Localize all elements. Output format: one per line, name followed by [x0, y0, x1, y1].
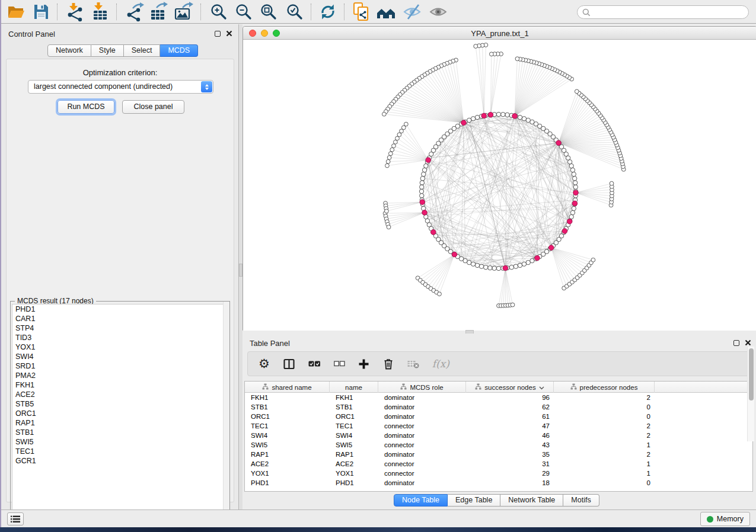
tab-network-table[interactable]: Network Table	[500, 494, 563, 507]
node-table-header: shared namenameMCDS rolesuccessor nodesp…	[245, 382, 752, 393]
first-neighbors-icon[interactable]	[376, 2, 396, 22]
network-view-window: YPA_prune.txt_1	[243, 26, 756, 331]
search-input[interactable]	[577, 5, 749, 19]
table-toolbar: ⚙ f(x)	[247, 351, 752, 376]
close-panel-icon[interactable]	[226, 30, 232, 37]
network-window-titlebar[interactable]: YPA_prune.txt_1	[243, 27, 756, 40]
memory-label: Memory	[717, 515, 744, 523]
main-toolbar	[1, 0, 756, 24]
mcds-result-item[interactable]: GCR1	[12, 456, 228, 466]
table-row[interactable]: ACE2ACE2connector311	[245, 459, 752, 469]
mcds-result-item[interactable]: TEC1	[12, 447, 228, 456]
mcds-result-item[interactable]: SRD1	[12, 361, 228, 371]
table-row[interactable]: STB1STB1dominator620	[245, 402, 752, 412]
run-mcds-button[interactable]: Run MCDS	[58, 100, 114, 114]
table-row[interactable]: SWI4SWI4dominator462	[245, 431, 752, 440]
mcds-result-fieldset: MCDS result (17 nodes) PHD1CAR1STP4TID3Y…	[10, 301, 230, 521]
add-column-icon[interactable]	[358, 358, 369, 370]
float-panel-icon[interactable]	[215, 31, 221, 37]
zoom-fit-icon[interactable]	[259, 2, 279, 22]
table-row[interactable]: FKH1FKH1dominator962	[245, 393, 752, 402]
mcds-result-item[interactable]: RAP1	[12, 418, 228, 428]
table-options-gear-icon[interactable]: ⚙	[259, 358, 270, 370]
tab-style[interactable]: Style	[91, 44, 124, 57]
export-network-icon[interactable]	[125, 2, 145, 22]
control-panel: Control Panel NetworkStyleSelectMCDS Opt…	[1, 24, 239, 509]
float-table-panel-icon[interactable]	[733, 340, 739, 346]
control-panel-title: Control Panel	[8, 30, 55, 39]
tab-edge-table[interactable]: Edge Table	[448, 494, 500, 507]
mcds-result-item[interactable]: FKH1	[12, 380, 228, 390]
table-scrollbar-thumb[interactable]	[749, 348, 754, 400]
column-header-successor-nodes[interactable]: successor nodes	[466, 382, 554, 393]
column-header-MCDS-role[interactable]: MCDS role	[378, 382, 466, 393]
deselect-all-icon[interactable]	[334, 360, 345, 367]
mcds-result-item[interactable]: PMA2	[12, 371, 228, 380]
column-header-predecessor-nodes[interactable]: predecessor nodes	[554, 382, 655, 393]
duplicate-network-icon[interactable]	[351, 2, 371, 22]
mcds-result-item[interactable]: SWI5	[12, 437, 228, 447]
delete-table-icon[interactable]	[407, 358, 419, 370]
table-scrollbar[interactable]	[747, 347, 754, 441]
toolbar-separator	[200, 4, 201, 20]
mcds-result-item[interactable]: ORC1	[12, 409, 228, 418]
mcds-result-item[interactable]: STB5	[12, 399, 228, 409]
close-table-panel-icon[interactable]	[745, 339, 751, 346]
table-row[interactable]: ORC1ORC1dominator610	[245, 412, 752, 421]
mcds-result-item[interactable]: CAR1	[12, 314, 228, 323]
task-history-button[interactable]	[7, 512, 24, 525]
table-row[interactable]: PHD1PHD1dominator180	[245, 478, 752, 488]
column-header-shared-name[interactable]: shared name	[245, 382, 330, 393]
function-builder-icon[interactable]: f(x)	[432, 358, 449, 370]
attribute-icon	[475, 383, 481, 391]
mcds-result-item[interactable]: STP4	[12, 323, 228, 333]
zoom-selected-icon[interactable]	[285, 2, 305, 22]
tab-node-table[interactable]: Node Table	[394, 494, 448, 507]
optimization-criterion-label: Optimization criterion:	[7, 68, 234, 77]
table-row[interactable]: TEC1TEC1connector472	[245, 421, 752, 431]
import-table-icon[interactable]	[90, 2, 110, 22]
mcds-result-item[interactable]: PHD1	[12, 305, 228, 314]
mcds-result-item[interactable]: ACE2	[12, 390, 228, 399]
network-canvas[interactable]	[243, 40, 756, 331]
export-table-icon[interactable]	[148, 2, 168, 22]
mcds-result-item[interactable]: STB1	[12, 428, 228, 437]
column-header-name[interactable]: name	[330, 382, 378, 393]
attribute-icon	[570, 383, 577, 391]
select-all-icon[interactable]	[308, 360, 321, 368]
control-tabs: NetworkStyleSelectMCDS	[47, 44, 198, 57]
zoom-out-icon[interactable]	[234, 2, 254, 22]
toolbar-separator	[116, 4, 117, 20]
delete-column-icon[interactable]	[382, 358, 394, 370]
mcds-result-item[interactable]: SWI4	[12, 352, 228, 361]
memory-button[interactable]: Memory	[700, 512, 750, 526]
table-row[interactable]: YOX1YOX1connector291	[245, 469, 752, 478]
mcds-result-list: PHD1CAR1STP4TID3YOX1SWI4SRD1PMA2FKH1ACE2…	[12, 304, 228, 520]
table-row[interactable]: SWI5SWI5connector431	[245, 440, 752, 450]
import-network-icon[interactable]	[65, 2, 85, 22]
show-all-icon[interactable]	[428, 2, 448, 22]
status-bar: Memory	[1, 509, 756, 527]
export-image-icon[interactable]	[173, 2, 193, 22]
tab-motifs[interactable]: Motifs	[563, 494, 599, 507]
result-list-scrollbar[interactable]	[223, 302, 229, 521]
criterion-select[interactable]: largest connected component (undirected)	[28, 80, 213, 94]
attribute-icon	[400, 383, 407, 391]
tab-select[interactable]: Select	[124, 44, 161, 57]
open-file-icon[interactable]	[6, 2, 26, 22]
refresh-icon[interactable]	[318, 2, 338, 22]
close-panel-button[interactable]: Close panel	[122, 100, 184, 114]
mcds-result-item[interactable]: TID3	[12, 333, 228, 342]
mcds-panel: Optimization criterion: largest connecte…	[6, 59, 234, 502]
mcds-result-item[interactable]: YOX1	[12, 342, 228, 352]
save-session-icon[interactable]	[31, 2, 51, 22]
table-row[interactable]: RAP1RAP1dominator352	[245, 450, 752, 459]
tab-network[interactable]: Network	[47, 44, 91, 57]
tab-mcds[interactable]: MCDS	[160, 44, 198, 57]
select-stepper-icon	[201, 81, 212, 92]
zoom-in-icon[interactable]	[209, 2, 229, 22]
show-columns-icon[interactable]	[283, 358, 295, 370]
attribute-icon	[262, 383, 269, 391]
node-table: shared namenameMCDS rolesuccessor nodesp…	[244, 381, 753, 492]
hide-selected-icon[interactable]	[402, 2, 422, 22]
